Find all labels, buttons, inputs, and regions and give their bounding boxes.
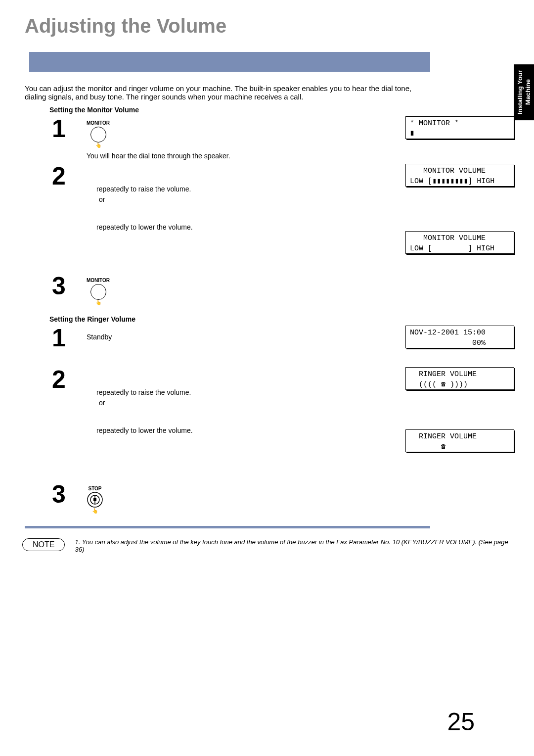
step-number: 1 (52, 116, 87, 141)
page-content: Adjusting the Volume You can adjust the … (0, 0, 534, 756)
lcd-display-ringer-low: RINGER VOLUME ☎ (405, 429, 514, 452)
monitor-button-label: MONITOR (87, 120, 110, 126)
press-hand-icon: 👆 (87, 142, 110, 148)
step-number: 2 (52, 164, 87, 189)
step-1-text: You will hear the dial tone through the … (87, 152, 405, 160)
monitor-step-1: 1 MONITOR 👆 You will hear the dial tone … (25, 116, 509, 160)
page-number: 25 (447, 708, 475, 736)
ringer-step-1: 1 Standby NOV-12-2001 15:00 00% (25, 326, 509, 363)
step-2-raise-text: repeatedly to raise the volume. (96, 168, 191, 193)
or-label: or (99, 399, 405, 407)
note-text: 1. You can also adjust the volume of the… (75, 538, 509, 553)
lcd-display-ringer-high: RINGER VOLUME (((( ☎ )))) (405, 367, 514, 390)
ringer-lower-text: repeatedly to lower the volume. (96, 409, 193, 434)
ringer-step-1-text: Standby (87, 326, 405, 341)
step-number: 1 (52, 326, 87, 350)
step-number: 3 (52, 482, 87, 507)
or-label: or (99, 195, 405, 203)
note-label: NOTE (22, 538, 65, 551)
intro-text: You can adjust the monitor and ringer vo… (25, 84, 415, 101)
ringer-section-heading: Setting the Ringer Volume (49, 315, 509, 323)
section-bar (25, 52, 430, 72)
ringer-step-3: 3 STOP 👆 (25, 482, 509, 514)
monitor-section-heading: Setting the Monitor Volume (49, 106, 509, 114)
monitor-button-icon: MONITOR 👆 (87, 120, 110, 148)
step-number: 3 (52, 274, 87, 298)
lcd-display-standby: NOV-12-2001 15:00 00% (405, 326, 514, 348)
step-number: 2 (52, 367, 87, 392)
stop-button-label: STOP (87, 486, 103, 491)
monitor-step-3: 3 MONITOR 👆 (25, 274, 509, 305)
divider (25, 526, 430, 528)
note-section: NOTE 1. You can also adjust the volume o… (25, 538, 509, 553)
monitor-step-2: 2 ↕VOL. DIRECTORY SEARCH FUNCTION 👆 (25, 164, 509, 269)
ringer-raise-text: repeatedly to raise the volume. (96, 371, 191, 396)
lcd-display-monitor-low: MONITOR VOLUME LOW [ ] HIGH (405, 231, 514, 254)
ringer-step-2: 2 ↕VOL. DIRECTORY SEARCH FUNCTION 👆 (25, 367, 509, 467)
lcd-display-monitor: * MONITOR * ∎ (405, 116, 514, 139)
press-hand-icon: 👆 (87, 300, 110, 305)
step-2-lower-text: repeatedly to lower the volume. (96, 206, 193, 231)
stop-button-icon: STOP 👆 (87, 486, 103, 514)
monitor-button-icon: MONITOR 👆 (87, 278, 110, 305)
press-hand-icon: 👆 (87, 508, 103, 514)
page-title: Adjusting the Volume (25, 15, 509, 37)
monitor-button-label: MONITOR (87, 278, 110, 283)
lcd-display-monitor-high: MONITOR VOLUME LOW [▮▮▮▮▮▮▮▮] HIGH (405, 164, 514, 187)
